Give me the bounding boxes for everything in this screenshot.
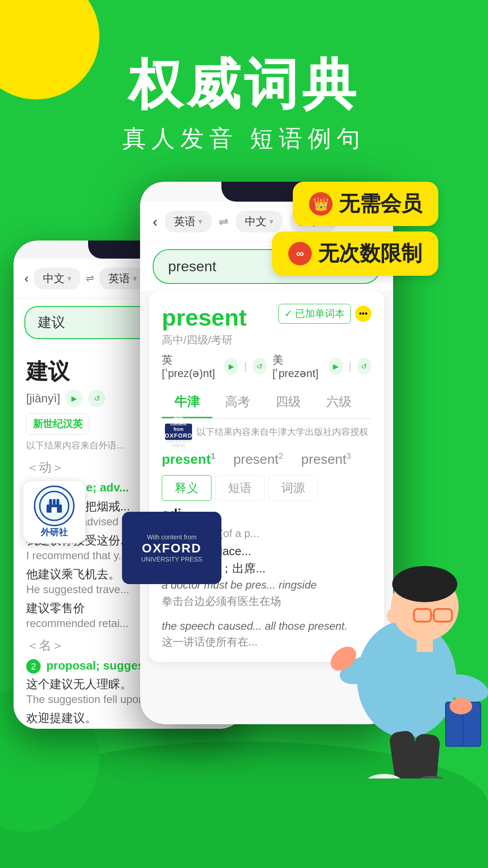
badge-no-vip: 👑 无需会员	[293, 182, 438, 226]
play-btn-uk[interactable]: ▶	[224, 358, 239, 375]
play-btn-us[interactable]: ▶	[328, 358, 343, 375]
lang-from-left[interactable]: 中文 ▾	[34, 268, 80, 289]
sub-tabs-row: 释义 短语 词源	[162, 475, 371, 501]
repeat-btn-uk[interactable]: ↺	[253, 358, 267, 375]
bookmarked-label[interactable]: ✓ 已加单词本	[278, 304, 351, 324]
word-en: present	[162, 304, 247, 331]
present-v3[interactable]: present3	[301, 452, 351, 467]
dict-source-left: 新世纪汉英	[26, 413, 89, 435]
tab-cet6[interactable]: 六级	[314, 387, 364, 418]
phonetic-row: 英 [ˈprez(ə)nt] ▶ | ↺ 美 [ˈprezənt] ▶ | ↺	[162, 353, 371, 380]
lang-from-right[interactable]: 英语 ▾	[165, 211, 211, 232]
back-button-left[interactable]: ‹	[24, 271, 28, 286]
tab-gaokao[interactable]: 高考	[212, 387, 263, 418]
phones-area: 👑 无需会员 ∞ 无次数限制 ‹ 中文 ▾ ⇌ 英语 ▾ 通用	[0, 182, 488, 769]
waiyan-text: 外研社	[41, 526, 68, 538]
waiyan-circle	[34, 486, 75, 526]
oxford-source-text: 以下结果内容来自牛津大学出版社内容授权	[197, 426, 368, 438]
oxford-main-text: OXFORD	[142, 541, 202, 556]
waiyan-badge: 外研社	[23, 480, 86, 543]
lang-to-right[interactable]: 中文 ▾	[236, 211, 282, 232]
svg-point-21	[450, 698, 472, 714]
svg-rect-23	[411, 733, 441, 778]
oxford-sub-text: UNIVERSITY PRESS	[141, 556, 202, 563]
dict-tabs-row: 牛津 高考 四级 六级	[162, 387, 371, 419]
lang-to-left[interactable]: 英语 ▾	[99, 268, 146, 289]
phonetic-us: 美 [ˈprezənt]	[272, 353, 324, 380]
infinity-icon: ∞	[288, 242, 312, 265]
main-title: 权威词典	[0, 54, 488, 114]
svg-point-9	[392, 566, 457, 602]
back-button-right[interactable]: ‹	[153, 213, 158, 230]
character-svg	[325, 525, 488, 778]
badge-no-limit-text: 无次数限制	[318, 240, 422, 268]
repeat-btn-us[interactable]: ↺	[357, 358, 371, 375]
oxford-small-logo: With content from OXFORD UNIVERSITY PRES…	[165, 424, 192, 440]
phonetic-uk: 英 [ˈprez(ə)nt]	[162, 353, 219, 380]
sub-tab-def[interactable]: 释义	[162, 475, 211, 501]
present-variants: present1 present2 present3	[162, 444, 371, 472]
crown-icon: 👑	[309, 192, 333, 216]
oxford-with-content: With content from	[147, 533, 197, 541]
oxford-badge: With content from OXFORD UNIVERSITY PRES…	[122, 512, 221, 584]
repeat-btn-cn[interactable]: ↺	[88, 390, 105, 407]
svg-rect-14	[417, 638, 433, 652]
word-level: 高中/四级/考研	[162, 333, 247, 347]
lang-arrow-left[interactable]: ⇌	[86, 273, 94, 284]
oxford-logo-text-oxford: OXFORD	[164, 432, 192, 439]
play-btn-cn[interactable]: ▶	[66, 390, 83, 407]
sub-title: 真人发音 短语例句	[0, 123, 488, 155]
present-v2[interactable]: present2	[233, 452, 283, 467]
more-options-btn[interactable]: •••	[355, 306, 371, 322]
present-v1[interactable]: present1	[162, 452, 215, 467]
sub-tab-origin[interactable]: 词源	[268, 475, 318, 501]
tab-cet4[interactable]: 四级	[263, 387, 314, 418]
svg-rect-4	[56, 499, 59, 505]
waiyan-logo-svg	[38, 490, 70, 522]
badge-no-limit: ∞ 无次数限制	[272, 231, 438, 276]
lang-arrow-right[interactable]: ⇌	[219, 215, 229, 229]
svg-rect-6	[52, 507, 57, 513]
sub-tab-phrase[interactable]: 短语	[215, 475, 265, 501]
tab-oxford[interactable]: 牛津	[162, 387, 212, 418]
oxford-logo-text-with: With content from	[165, 416, 192, 432]
def-num-2: 2	[26, 659, 41, 674]
badge-no-vip-text: 无需会员	[339, 190, 422, 218]
svg-rect-2	[49, 499, 52, 505]
svg-point-13	[387, 609, 398, 623]
oxford-logo-text-press: UNIVERSITY PRESS	[165, 439, 192, 448]
svg-rect-3	[53, 499, 56, 505]
header-section: 权威词典 真人发音 短语例句	[0, 0, 488, 155]
character-illustration	[325, 525, 488, 778]
oxford-source-note: With content from OXFORD UNIVERSITY PRES…	[162, 419, 371, 444]
